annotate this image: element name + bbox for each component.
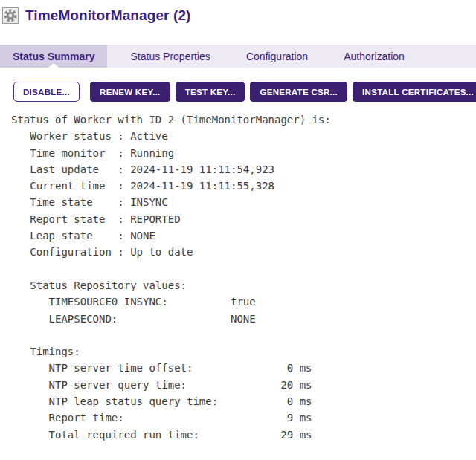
page-title: TimeMonitorManager (2) xyxy=(25,7,190,24)
timing-unit: ms xyxy=(300,412,312,424)
status-heading: Status of Worker with ID 2 (TimeMonitorM… xyxy=(11,111,476,128)
kv-separator: : xyxy=(112,145,130,161)
repo-value: true xyxy=(231,296,256,308)
timing-row-ntp-server-query-time: NTP server query time:20ms xyxy=(11,377,476,393)
kv-value: 2024-11-19 11:11:54,923 xyxy=(130,163,274,175)
kv-value: INSYNC xyxy=(130,196,168,208)
kv-separator: : xyxy=(112,161,130,178)
tab-authorization[interactable]: Authorization xyxy=(331,45,417,68)
timings-heading: Timings: xyxy=(11,343,476,360)
worker-status-report: Status of Worker with ID 2 (TimeMonitorM… xyxy=(11,111,476,443)
timing-value: 9 xyxy=(256,409,294,426)
timing-unit: ms xyxy=(300,362,312,374)
kv-label: Time monitor xyxy=(30,145,112,161)
disable-button[interactable]: DISABLE... xyxy=(13,82,80,102)
kv-label: Configuration xyxy=(30,244,112,260)
kv-separator: : xyxy=(112,211,130,227)
kv-value: NONE xyxy=(130,230,155,242)
tab-label: Authorization xyxy=(344,51,405,62)
tab-label: Status Properties xyxy=(130,51,210,62)
timing-label: NTP server time offset: xyxy=(49,360,256,376)
kv-label: Report state xyxy=(30,211,112,227)
kv-label: Time state xyxy=(30,194,112,210)
timing-unit: ms xyxy=(300,379,312,391)
repo-row-leapsecond: LEAPSECOND:NONE xyxy=(11,311,476,327)
kv-separator: : xyxy=(112,244,130,260)
timing-value: 29 xyxy=(256,427,294,443)
timing-label: NTP server query time: xyxy=(49,377,256,393)
timing-row-total-required-run-time: Total required run time:29ms xyxy=(11,427,476,443)
blank-line xyxy=(11,261,476,277)
timing-label: NTP leap status query time: xyxy=(49,393,256,409)
timing-value: 0 xyxy=(256,360,294,376)
repo-row-timesource0-insync: TIMESOURCE0_INSYNC:true xyxy=(11,294,476,310)
repo-label: TIMESOURCE0_INSYNC: xyxy=(49,294,231,310)
renew-key-button[interactable]: RENEW KEY... xyxy=(90,82,170,102)
repo-label: LEAPSECOND: xyxy=(49,311,231,327)
kv-row-configuration: Configuration:Up to date xyxy=(11,244,476,260)
timing-unit: ms xyxy=(300,429,312,441)
repository-heading: Status Repository values: xyxy=(11,277,476,294)
blank-line xyxy=(11,327,476,343)
kv-row-current-time: Current time:2024-11-19 11:11:55,328 xyxy=(11,178,476,194)
repo-value: NONE xyxy=(231,313,256,325)
timing-row-ntp-leap-status-query-time: NTP leap status query time:0ms xyxy=(11,393,476,409)
kv-value: 2024-11-19 11:11:55,328 xyxy=(130,180,274,192)
install-certificates-button[interactable]: INSTALL CERTIFICATES... xyxy=(353,82,476,102)
kv-value: Running xyxy=(130,147,174,159)
kv-label: Current time xyxy=(30,178,112,194)
kv-label: Leap state xyxy=(30,227,112,244)
kv-separator: : xyxy=(112,128,130,144)
test-key-button[interactable]: TEST KEY... xyxy=(176,82,245,102)
generate-csr-button[interactable]: GENERATE CSR... xyxy=(250,82,347,102)
kv-separator: : xyxy=(112,194,130,210)
kv-label: Worker status xyxy=(30,128,112,144)
gear-icon xyxy=(2,7,19,24)
kv-separator: : xyxy=(112,178,130,194)
timing-row-ntp-server-time-offset: NTP server time offset:0ms xyxy=(11,360,476,376)
tab-configuration[interactable]: Configuration xyxy=(234,45,321,68)
kv-label: Last update xyxy=(30,161,112,178)
kv-row-time-state: Time state:INSYNC xyxy=(11,194,476,210)
kv-value: Active xyxy=(130,130,168,142)
active-tab-notch xyxy=(48,63,59,68)
kv-row-worker-status: Worker status:Active xyxy=(11,128,476,144)
timing-label: Report time: xyxy=(49,409,256,426)
tab-label: Status Summary xyxy=(13,51,94,62)
timing-label: Total required run time: xyxy=(49,427,256,443)
kv-row-last-update: Last update:2024-11-19 11:11:54,923 xyxy=(11,161,476,178)
kv-value: REPORTED xyxy=(130,213,180,225)
toolbar: DISABLE... RENEW KEY... TEST KEY... GENE… xyxy=(13,82,476,102)
tab-status-summary[interactable]: Status Summary xyxy=(0,45,107,68)
timing-value: 0 xyxy=(256,393,294,409)
timing-row-report-time: Report time:9ms xyxy=(11,409,476,426)
tab-bar: Status Summary Status Properties Configu… xyxy=(0,45,476,68)
kv-value: Up to date xyxy=(130,246,193,258)
kv-separator: : xyxy=(112,227,130,244)
tab-label: Configuration xyxy=(246,51,308,62)
kv-row-report-state: Report state:REPORTED xyxy=(11,211,476,227)
kv-row-leap-state: Leap state:NONE xyxy=(11,227,476,244)
kv-row-time-monitor: Time monitor:Running xyxy=(11,145,476,161)
tab-status-properties[interactable]: Status Properties xyxy=(118,45,222,68)
timing-unit: ms xyxy=(300,395,312,407)
timing-value: 20 xyxy=(256,377,294,393)
header: TimeMonitorManager (2) xyxy=(0,1,476,30)
